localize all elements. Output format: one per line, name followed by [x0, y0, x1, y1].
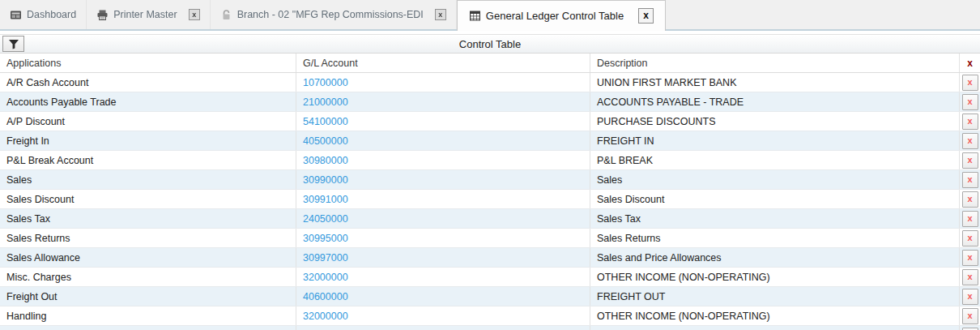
column-header-description[interactable]: Description — [590, 54, 959, 72]
description-cell: ACCOUNTS PAYABLE - TRADE — [590, 92, 959, 111]
gl-account-link[interactable]: 30997000 — [303, 252, 348, 264]
gl-account-link[interactable]: 32000000 — [303, 311, 348, 322]
table-row: P&L Break Account 30980000 P&L BREAK x — [0, 151, 980, 170]
delete-button[interactable]: x — [962, 114, 978, 130]
dashboard-icon — [10, 9, 22, 21]
close-icon[interactable]: x — [638, 8, 654, 24]
delete-button[interactable]: x — [962, 152, 978, 169]
tab-label: Printer Master — [113, 9, 177, 20]
control-table-panel: Control Table Applications G/L Account D… — [0, 34, 980, 330]
description-cell: Sales Tax — [590, 209, 959, 228]
tab-label: Dashboard — [27, 9, 76, 20]
gl-account-link[interactable]: 32000000 — [303, 272, 348, 283]
application-cell: A/R Cash Account — [0, 73, 296, 92]
application-cell: Misc. Charges — [0, 268, 296, 286]
application-cell: Sales Discount — [0, 190, 296, 208]
delete-button[interactable]: x — [962, 211, 978, 227]
description-cell: Sales and Price Allowances — [590, 248, 959, 267]
table-row: Sales Allowance 30997000 Sales and Price… — [0, 248, 980, 268]
application-cell: Freight In — [0, 131, 296, 150]
description-cell: Sales — [590, 170, 959, 189]
gl-account-link[interactable]: 30991000 — [303, 194, 348, 205]
description-cell: Sales Discount — [590, 190, 959, 208]
column-header-gl-account[interactable]: G/L Account — [296, 54, 590, 72]
description-cell: P&L BREAK — [590, 151, 959, 169]
partial-row: x — [0, 326, 980, 330]
delete-button[interactable]: x — [962, 289, 978, 305]
gl-account-link[interactable]: 30990000 — [303, 174, 348, 186]
filter-icon — [8, 39, 19, 49]
application-cell: Sales Tax — [0, 209, 296, 228]
application-cell: Sales Allowance — [0, 248, 296, 267]
table-body: A/R Cash Account 10700000 UNION FIRST MA… — [0, 73, 980, 326]
tab-branch[interactable]: Branch - 02 "MFG Rep Commissions-EDI x — [211, 0, 457, 29]
tab-bar: Dashboard Printer Master x Branch - 02 "… — [0, 0, 980, 31]
delete-button[interactable]: x — [962, 269, 978, 285]
application-cell: Sales Returns — [0, 229, 296, 247]
table-header-row: Applications G/L Account Description x — [0, 54, 980, 73]
description-cell: Sales Returns — [590, 229, 959, 247]
branch-icon — [220, 9, 232, 21]
gl-account-link[interactable]: 21000000 — [303, 96, 348, 108]
gl-account-link[interactable]: 10700000 — [303, 77, 348, 88]
column-header-applications[interactable]: Applications — [0, 54, 296, 72]
gl-account-link[interactable]: 40500000 — [303, 135, 348, 147]
table-row: Sales Discount 30991000 Sales Discount x — [0, 190, 980, 209]
application-cell: A/P Discount — [0, 112, 296, 131]
gl-account-link[interactable]: 54100000 — [303, 116, 348, 127]
tab-dashboard[interactable]: Dashboard — [0, 0, 87, 29]
ledger-table-icon — [469, 10, 481, 22]
delete-button[interactable]: x — [962, 191, 978, 208]
gl-account-link[interactable]: 40600000 — [303, 291, 348, 302]
gl-account-link[interactable]: 30980000 — [303, 155, 348, 166]
delete-button[interactable]: x — [962, 230, 978, 246]
delete-button[interactable]: x — [962, 133, 978, 149]
description-cell: FREIGHT IN — [590, 131, 959, 150]
panel-title: Control Table — [459, 38, 521, 50]
description-cell: UNION FIRST MARKET BANK — [590, 73, 959, 92]
tab-printer-master[interactable]: Printer Master x — [87, 0, 211, 29]
table-row: A/P Discount 54100000 PURCHASE DISCOUNTS… — [0, 112, 980, 131]
description-cell: PURCHASE DISCOUNTS — [590, 112, 959, 131]
application-cell: P&L Break Account — [0, 151, 296, 169]
application-cell: Accounts Payable Trade — [0, 92, 296, 111]
tab-bar-filler — [666, 0, 980, 29]
gl-account-link[interactable]: 24050000 — [303, 213, 348, 225]
description-cell: FREIGHT OUT — [590, 287, 959, 306]
close-icon[interactable]: x — [189, 9, 200, 20]
tab-general-ledger-control-table[interactable]: General Ledger Control Table x — [457, 0, 666, 31]
table-row: A/R Cash Account 10700000 UNION FIRST MA… — [0, 73, 980, 92]
gl-account-link[interactable]: 30995000 — [303, 233, 348, 244]
application-cell: Sales — [0, 170, 296, 189]
description-cell: OTHER INCOME (NON-OPERATING) — [590, 306, 959, 325]
table-row: Sales Tax 24050000 Sales Tax x — [0, 209, 980, 229]
printer-icon — [96, 9, 109, 21]
table-row: Freight In 40500000 FREIGHT IN x — [0, 131, 980, 151]
delete-button[interactable]: x — [962, 172, 978, 188]
column-header-delete: x — [959, 54, 980, 72]
delete-button[interactable]: x — [962, 94, 978, 110]
tab-label: General Ledger Control Table — [486, 10, 624, 22]
table-row: Accounts Payable Trade 21000000 ACCOUNTS… — [0, 92, 980, 112]
filter-button[interactable] — [2, 36, 24, 52]
tab-label: Branch - 02 "MFG Rep Commissions-EDI — [237, 9, 424, 20]
table-row: Handling 32000000 OTHER INCOME (NON-OPER… — [0, 306, 980, 326]
delete-button[interactable]: x — [962, 75, 978, 91]
application-cell: Freight Out — [0, 287, 296, 306]
application-cell: Handling — [0, 306, 296, 325]
close-icon[interactable]: x — [435, 9, 446, 20]
table-row: Freight Out 40600000 FREIGHT OUT x — [0, 287, 980, 306]
panel-header: Control Table — [0, 35, 980, 54]
table-row: Sales Returns 30995000 Sales Returns x — [0, 229, 980, 248]
delete-button[interactable]: x — [962, 308, 978, 324]
table-row: Sales 30990000 Sales x — [0, 170, 980, 190]
table-row: Misc. Charges 32000000 OTHER INCOME (NON… — [0, 268, 980, 287]
description-cell: OTHER INCOME (NON-OPERATING) — [590, 268, 959, 286]
delete-button[interactable]: x — [962, 250, 978, 266]
